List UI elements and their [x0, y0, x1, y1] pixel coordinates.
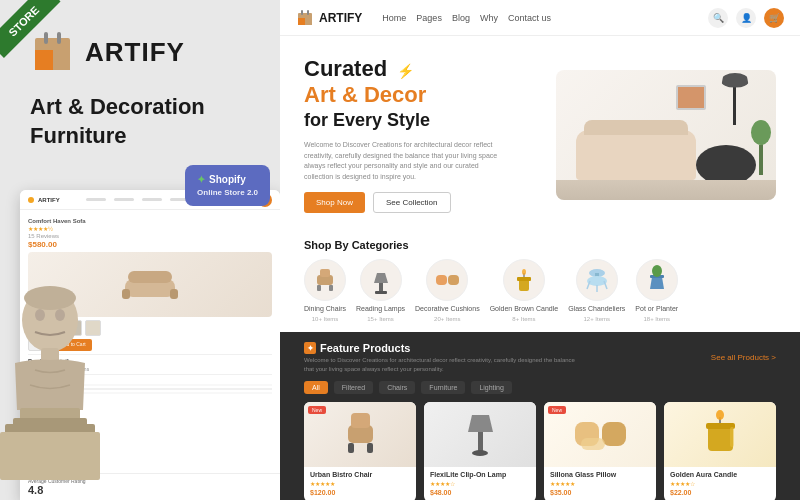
products-row: New Urban Bistro Chair ★★★★★ $120.00: [304, 402, 776, 500]
filter-tab-chairs[interactable]: Chairs: [379, 381, 415, 394]
filter-tab-furniture[interactable]: Furniture: [421, 381, 465, 394]
svg-point-8: [24, 286, 76, 310]
nav-link-pages[interactable]: Pages: [416, 13, 442, 23]
feature-title-area: ✦ Feature Products Welcome to Discover C…: [304, 342, 584, 373]
hero-image-area: [556, 70, 776, 200]
svg-rect-58: [730, 427, 734, 447]
svg-rect-17: [170, 289, 178, 299]
category-circle-cushions: [426, 259, 468, 301]
feature-header: ✦ Feature Products Welcome to Discover C…: [304, 342, 776, 373]
svg-rect-3: [35, 50, 53, 70]
product-name-lamp: FlexiLite Clip-On Lamp: [430, 471, 530, 478]
svg-rect-16: [122, 289, 130, 299]
filter-tab-lighting[interactable]: Lighting: [471, 381, 512, 394]
svg-rect-20: [307, 10, 309, 15]
nav-icons: 🔍 👤 🛒: [708, 8, 784, 28]
category-count-candle: 8+ Items: [512, 316, 535, 322]
svg-rect-13: [0, 432, 100, 480]
svg-point-35: [522, 269, 526, 275]
user-icon[interactable]: 👤: [736, 8, 756, 28]
category-count-lamps: 15+ Items: [367, 316, 394, 322]
category-circle-chandeliers: [576, 259, 618, 301]
category-circle-lamps: [360, 259, 402, 301]
hero-text: Curated ⚡ Art & Decor for Every Style We…: [304, 56, 540, 213]
svg-rect-47: [367, 443, 373, 453]
svg-rect-31: [448, 275, 459, 285]
category-label-planter: Pot or Planter: [635, 305, 678, 312]
nav-links: Home Pages Blog Why Contact us: [382, 13, 551, 23]
new-badge-chair: New: [308, 406, 326, 414]
right-panel: ARTIFY Home Pages Blog Why Contact us 🔍 …: [280, 0, 800, 500]
svg-point-7: [55, 309, 65, 321]
svg-marker-27: [374, 273, 388, 283]
see-collection-button[interactable]: See Collection: [373, 192, 451, 213]
product-stars-candle: ★★★★☆: [670, 480, 770, 487]
product-card-lamp[interactable]: FlexiLite Clip-On Lamp ★★★★☆ $48.00: [424, 402, 536, 500]
nav-logo: ARTIFY: [296, 9, 362, 27]
inner-logo-name: ARTIFY: [38, 197, 60, 203]
svg-rect-24: [320, 269, 330, 277]
product-stars-pillow: ★★★★★: [550, 480, 650, 487]
product-name-candle: Golden Aura Candle: [670, 471, 770, 478]
svg-point-57: [716, 410, 724, 420]
left-panel: STORE ARTIFY Art & Decoration Furniture …: [0, 0, 280, 500]
svg-point-43: [652, 265, 662, 277]
filter-tab-all[interactable]: All: [304, 381, 328, 394]
svg-rect-46: [348, 443, 354, 453]
svg-rect-25: [317, 285, 321, 291]
nav-logo-text: ARTIFY: [319, 11, 362, 25]
product-name-chair: Urban Bistro Chair: [310, 471, 410, 478]
svg-rect-1: [44, 32, 48, 44]
category-item-chandeliers[interactable]: Glass Chandeliers 12+ Items: [568, 259, 625, 322]
product-price-lamp: $48.00: [430, 489, 530, 496]
category-item-candle[interactable]: Golden Brown Candle 8+ Items: [490, 259, 559, 322]
category-count-chairs: 10+ Items: [312, 316, 339, 322]
statue-decoration: [0, 280, 105, 480]
room-sofa-decor: [576, 130, 696, 180]
category-circle-chairs: [304, 259, 346, 301]
product-card-pillow[interactable]: New Sillona Glass Pillow ★★★★★ $35.00: [544, 402, 656, 500]
nav-link-blog[interactable]: Blog: [452, 13, 470, 23]
svg-rect-53: [581, 438, 605, 450]
inner-logo-dot: [28, 197, 34, 203]
inner-stars: ★★★★½: [28, 225, 272, 232]
category-item-planter[interactable]: Pot or Planter 18+ Items: [635, 259, 678, 322]
product-card-chair[interactable]: New Urban Bistro Chair ★★★★★ $120.00: [304, 402, 416, 500]
svg-rect-30: [436, 275, 447, 285]
room-lamp-decor: [733, 75, 736, 125]
product-price-chair: $120.00: [310, 489, 410, 496]
hero-section: Curated ⚡ Art & Decor for Every Style We…: [280, 36, 800, 229]
see-all-link[interactable]: See all Products >: [711, 353, 776, 362]
nav-link-contact[interactable]: Contact us: [508, 13, 551, 23]
shop-now-button[interactable]: Shop Now: [304, 192, 365, 213]
shopify-badge: ✦ Shopify Online Store 2.0: [185, 165, 270, 206]
hero-title-line3: for Every Style: [304, 109, 540, 132]
product-card-candle[interactable]: Golden Aura Candle ★★★★☆ $22.00: [664, 402, 776, 500]
feature-subtitle: Welcome to Discover Creations for archit…: [304, 356, 584, 373]
categories-row: Dining Chairs 10+ Items Reading Lamps 15…: [304, 259, 776, 322]
hero-title-line2: Art & Decor: [304, 82, 540, 108]
nav-link-why[interactable]: Why: [480, 13, 498, 23]
inner-rating-value: 4.8: [28, 484, 272, 496]
cart-icon[interactable]: 🛒: [764, 8, 784, 28]
svg-rect-26: [329, 285, 333, 291]
filter-tabs: All Filtered Chairs Furniture Lighting: [304, 381, 776, 394]
nav-link-home[interactable]: Home: [382, 13, 406, 23]
inner-price: $580.00: [28, 240, 272, 249]
filter-tab-filtered[interactable]: Filtered: [334, 381, 373, 394]
categories-section: Shop By Categories Dining Chairs 10+ Ite…: [280, 229, 800, 332]
category-count-chandeliers: 12+ Items: [584, 316, 611, 322]
product-stars-lamp: ★★★★☆: [430, 480, 530, 487]
artify-logo-icon: [30, 30, 75, 75]
hero-buttons: Shop Now See Collection: [304, 192, 540, 213]
left-logo-text: ARTIFY: [85, 37, 185, 68]
feature-section: ✦ Feature Products Welcome to Discover C…: [280, 332, 800, 500]
category-item-chairs[interactable]: Dining Chairs 10+ Items: [304, 259, 346, 322]
room-table-decor: [696, 145, 756, 185]
search-icon[interactable]: 🔍: [708, 8, 728, 28]
category-item-cushions[interactable]: Decorative Cushions 20+ Items: [415, 259, 480, 322]
category-circle-candle: [503, 259, 545, 301]
inner-reviews: 15 Reviews: [28, 233, 272, 239]
hero-description: Welcome to Discover Creations for archit…: [304, 140, 504, 182]
category-item-lamps[interactable]: Reading Lamps 15+ Items: [356, 259, 405, 322]
